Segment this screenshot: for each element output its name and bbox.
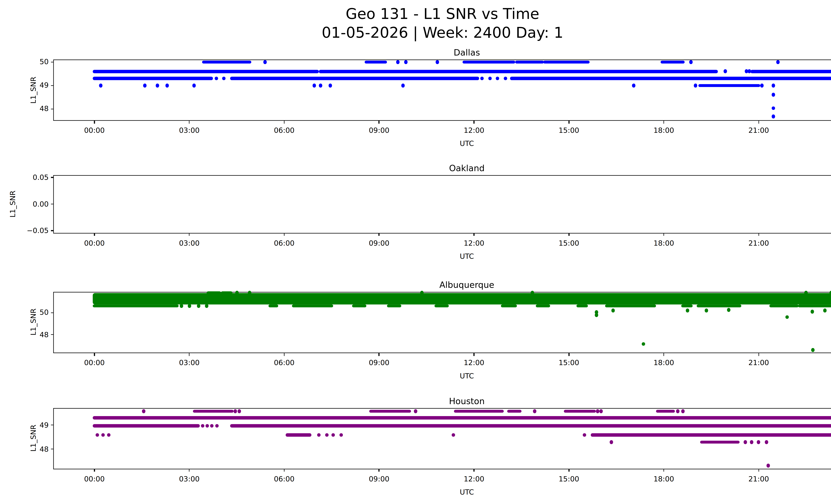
scatter-point-albuquerque xyxy=(727,308,730,312)
x-tick-label: 18:00 xyxy=(650,238,678,247)
scatter-point-dallas xyxy=(404,60,408,64)
figure: Geo 131 - L1 SNR vs Time 01-05-2026 | We… xyxy=(0,0,831,504)
x-tick xyxy=(284,353,285,356)
x-tick-label: 12:00 xyxy=(460,358,488,367)
x-tick xyxy=(94,121,95,123)
scatter-point-dallas xyxy=(192,84,196,87)
scatter-run-dallas xyxy=(463,60,515,64)
x-tick-label: 09:00 xyxy=(365,238,393,247)
x-tick-label: 00:00 xyxy=(80,358,109,367)
scatter-point-albuquerque xyxy=(205,304,208,308)
y-tick xyxy=(51,204,53,204)
scatter-run-dallas xyxy=(698,84,761,87)
x-tick xyxy=(379,469,379,472)
y-tick-label: −0.05 xyxy=(23,226,49,235)
scatter-run-albuquerque xyxy=(207,291,221,294)
scatter-point-dallas xyxy=(776,60,779,64)
y-tick-label: 0.00 xyxy=(23,200,49,208)
scatter-run-albuquerque xyxy=(352,304,367,307)
scatter-run-houston xyxy=(564,410,596,413)
x-tick-label: 09:00 xyxy=(365,358,393,367)
x-tick-label: 09:00 xyxy=(365,126,393,135)
y-tick xyxy=(51,312,53,313)
x-tick xyxy=(284,121,285,123)
x-tick xyxy=(568,233,569,236)
y-tick xyxy=(51,109,53,109)
scatter-point-houston xyxy=(596,410,599,413)
x-tick-label: 00:00 xyxy=(80,474,109,483)
x-tick xyxy=(94,469,95,472)
scatter-point-houston xyxy=(142,410,145,413)
scatter-run-dallas xyxy=(202,60,251,64)
scatter-point-albuquerque xyxy=(188,304,191,308)
scatter-point-houston xyxy=(339,433,343,437)
x-tick xyxy=(474,121,474,123)
x-tick xyxy=(284,469,285,472)
scatter-run-albuquerque xyxy=(292,304,334,307)
x-tick-label: 03:00 xyxy=(175,358,204,367)
scatter-band-albuquerque xyxy=(93,293,831,305)
y-tick xyxy=(51,85,53,86)
y-tick xyxy=(51,424,53,425)
x-tick xyxy=(284,233,285,236)
subplot-title-houston: Houston xyxy=(53,396,831,407)
scatter-point-houston xyxy=(107,433,110,437)
scatter-point-albuquerque xyxy=(180,304,183,308)
x-tick xyxy=(663,353,664,356)
x-tick xyxy=(189,469,190,472)
scatter-point-dallas xyxy=(263,60,267,64)
scatter-run-albuquerque xyxy=(770,304,798,307)
y-axis-label-albuquerque: L1_SNR xyxy=(29,305,37,339)
y-tick xyxy=(51,334,53,335)
scatter-point-albuquerque xyxy=(686,309,689,313)
scatter-run-albuquerque xyxy=(577,304,588,307)
x-tick-label: 12:00 xyxy=(460,238,488,247)
x-tick xyxy=(758,469,759,472)
x-tick-label: 15:00 xyxy=(554,126,583,135)
scatter-point-houston xyxy=(533,410,537,413)
x-tick xyxy=(568,353,569,356)
scatter-point-dallas xyxy=(689,60,692,64)
scatter-run-dallas xyxy=(93,77,213,80)
scatter-run-dallas xyxy=(510,77,831,80)
x-tick xyxy=(663,233,664,236)
x-tick xyxy=(758,233,759,236)
scatter-point-dallas xyxy=(760,84,764,87)
scatter-run-houston xyxy=(93,416,831,419)
x-tick xyxy=(568,469,569,472)
plot-area-dallas xyxy=(53,60,831,121)
scatter-point-dallas xyxy=(694,84,697,87)
scatter-point-dallas xyxy=(312,84,316,87)
scatter-point-albuquerque xyxy=(248,291,251,295)
x-tick-label: 15:00 xyxy=(554,358,583,367)
x-tick-label: 09:00 xyxy=(365,474,393,483)
scatter-run-houston xyxy=(93,424,200,427)
scatter-point-dallas xyxy=(401,84,404,87)
x-tick-label: 21:00 xyxy=(744,238,773,247)
scatter-point-houston xyxy=(233,410,237,413)
scatter-point-dallas xyxy=(99,84,103,87)
x-tick-label: 15:00 xyxy=(554,474,583,483)
x-axis-label-albuquerque: UTC xyxy=(450,372,484,380)
y-tick xyxy=(51,62,53,62)
x-tick-label: 06:00 xyxy=(270,126,298,135)
scatter-point-dallas xyxy=(165,84,169,87)
x-tick-label: 15:00 xyxy=(554,238,583,247)
scatter-run-albuquerque xyxy=(697,304,741,307)
scatter-point-houston xyxy=(765,440,768,444)
y-axis-label-oakland: L1_SNR xyxy=(8,187,17,221)
scatter-run-dallas xyxy=(319,70,718,73)
scatter-run-albuquerque xyxy=(93,304,178,307)
x-tick-label: 18:00 xyxy=(650,126,678,135)
plot-area-oakland xyxy=(53,175,831,233)
y-tick-label: 50 xyxy=(23,58,49,66)
scatter-run-dallas xyxy=(230,77,479,80)
scatter-run-albuquerque xyxy=(605,304,656,307)
y-tick xyxy=(51,177,53,178)
scatter-run-albuquerque xyxy=(536,304,550,307)
scatter-run-dallas xyxy=(515,60,544,64)
x-tick-label: 00:00 xyxy=(80,126,109,135)
scatter-run-albuquerque xyxy=(221,291,232,294)
scatter-run-houston xyxy=(369,410,411,413)
scatter-point-albuquerque xyxy=(830,291,831,295)
